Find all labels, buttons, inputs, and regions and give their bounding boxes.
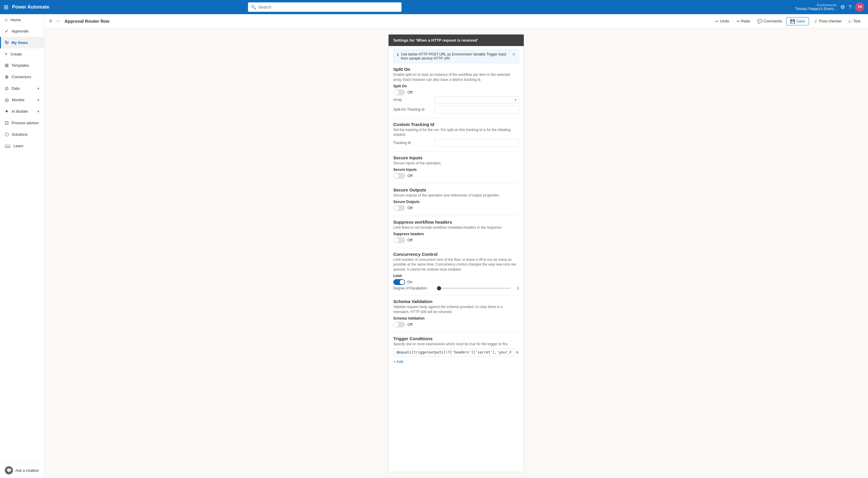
sidebar-item-create[interactable]: + Create [0,49,44,60]
trigger-conditions-section: Trigger Conditions Specify one or more e… [393,336,519,365]
suppress-headers-toggle-row: Off [393,237,519,243]
sidebar-item-my-flows[interactable]: ↻ My flows [0,37,44,49]
condition-input-1[interactable] [393,348,514,356]
degree-label: Degree of Parallelism [393,286,435,290]
suppress-headers-section: Suppress workflow headers Limit flows to… [393,220,519,243]
grid-icon[interactable]: ⊞ [4,4,8,11]
toolbar-right: ↩ Undo ↪ Redo 💬 Comments 💾 Save ⚡ Fl [712,17,863,25]
schema-validation-section: Schema Validation Validate request body … [393,299,519,327]
redo-button[interactable]: ↪ Redo [733,17,753,25]
array-field-row: Array ▾ [393,96,519,103]
schema-validation-toggle[interactable] [393,322,405,327]
top-navigation: ⊞ Power Automate 🔍 Environments Tomasz P… [0,0,868,14]
sidebar-item-process-advisor[interactable]: ⊡ Process advisor [0,117,44,129]
secure-outputs-label: Secure Outputs [393,200,519,204]
info-icon: ℹ [397,52,399,57]
concurrency-toggle-label: On [407,280,412,284]
schema-validation-title: Schema Validation [393,299,519,304]
suppress-headers-toggle[interactable] [393,237,405,243]
sidebar-item-learn[interactable]: 📖 Learn [0,140,44,152]
condition-remove-button[interactable]: ✕ [516,350,519,355]
info-close-button[interactable]: ✕ [512,52,515,56]
schema-validation-desc: Validate request body against the schema… [393,305,519,315]
secure-inputs-title: Secure Inputs [393,155,519,160]
split-on-toggle-label: Off [407,90,412,94]
trigger-conditions-title: Trigger Conditions [393,336,519,341]
concurrency-desc: Limit number of concurrent runs of the f… [393,257,519,272]
secure-outputs-toggle-row: Off [393,205,519,211]
settings-header-title: Settings for 'When a HTTP request is rec… [393,38,478,42]
secure-inputs-label: Secure Inputs [393,168,519,172]
save-button[interactable]: 💾 Save [786,17,809,25]
settings-header: Settings for 'When a HTTP request is rec… [389,34,524,46]
array-chevron-icon: ▾ [515,98,516,101]
sidebar-label-connectors: Connectors [11,75,39,79]
secure-outputs-toggle-label: Off [407,206,412,210]
suppress-headers-label: Suppress headers [393,232,519,236]
approvals-icon: ✓ [5,28,8,34]
chevron-down-icon-monitor: ▾ [37,98,39,102]
sidebar-item-solutions[interactable]: ⬡ Solutions [0,129,44,140]
add-condition-button[interactable]: + Add [393,358,403,365]
tracking-id-input[interactable] [435,139,519,147]
sidebar: ⌂ Home ✓ Approvals ↻ My flows + Create ⊞… [0,14,44,478]
test-button[interactable]: ▷ Test [846,17,863,25]
divider-4 [393,216,519,216]
schema-validation-toggle-row: Off [393,322,519,327]
divider-3 [393,184,519,184]
toggle-knob [394,90,399,95]
avatar[interactable]: TP [855,2,864,12]
info-banner: ℹ Use below HTTP POST URL as Environment… [393,50,519,63]
sidebar-item-templates[interactable]: ⊞ Templates [0,60,44,71]
save-icon: 💾 [790,19,795,24]
search-icon: 🔍 [251,5,256,9]
split-on-tracking-input[interactable] [435,106,519,113]
sidebar-label-templates: Templates [11,63,39,68]
toggle-knob-sv [394,322,399,327]
back-button[interactable]: ← [56,18,61,24]
tracking-id-label: Tracking Id [393,141,435,145]
comments-button[interactable]: 💬 Comments [754,17,785,25]
secure-inputs-section: Secure Inputs Secure inputs of the opera… [393,155,519,179]
sidebar-item-approvals[interactable]: ✓ Approvals [0,25,44,37]
sidebar-item-connectors[interactable]: ⊕ Connectors [0,71,44,83]
collapse-icon[interactable]: ≡ [49,18,52,24]
home-icon: ⌂ [5,17,8,23]
undo-label: Undo [720,19,729,23]
info-banner-text: Use below HTTP POST URL as Environment V… [401,52,510,61]
chatbot-label: Ask a chatbot [16,468,39,473]
brand-title: Power Automate [12,4,49,10]
sidebar-item-data[interactable]: ⊙ Data ▾ [0,83,44,94]
comments-label: Comments [764,19,782,23]
settings-body: ℹ Use below HTTP POST URL as Environment… [389,46,524,373]
sidebar-label-solutions: Solutions [12,132,39,137]
flow-checker-button[interactable]: ⚡ Flow checker [810,17,845,25]
concurrency-toggle-row: On [393,279,519,285]
secure-inputs-toggle[interactable] [393,173,405,179]
sidebar-item-home[interactable]: ⌂ Home [0,14,44,25]
split-on-toggle[interactable] [393,89,405,95]
search-input[interactable] [258,5,399,9]
toolbar-left: ≡ ← Approval Router flow [49,18,109,24]
concurrency-toggle[interactable] [393,279,405,285]
degree-slider[interactable] [437,288,511,289]
undo-button[interactable]: ↩ Undo [712,17,732,25]
settings-icon[interactable]: ⚙ [840,4,845,10]
sidebar-item-ai-builder[interactable]: ✦ AI Builder ▾ [0,106,44,117]
search-bar[interactable]: 🔍 [248,2,402,12]
array-select[interactable]: ▾ [435,96,519,103]
split-on-title: Split On [393,67,519,72]
custom-tracking-section: Custom Tracking Id Set the tracking id f… [393,122,519,147]
sidebar-item-monitor[interactable]: ◎ Monitor ▾ [0,94,44,106]
chatbot-button[interactable]: 💬 Ask a chatbot [0,463,44,478]
help-icon[interactable]: ? [848,4,851,10]
data-icon: ⊙ [5,86,8,91]
chevron-down-icon: ▾ [37,87,39,91]
canvas: Settings for 'When a HTTP request is rec… [44,28,868,478]
flow-checker-label: Flow checker [819,19,842,23]
secure-outputs-toggle[interactable] [393,205,405,211]
concurrency-title: Concurrency Control [393,252,519,257]
secure-inputs-toggle-row: Off [393,173,519,179]
connectors-icon: ⊕ [5,74,8,79]
concurrency-limit-label: Limit [393,274,519,278]
